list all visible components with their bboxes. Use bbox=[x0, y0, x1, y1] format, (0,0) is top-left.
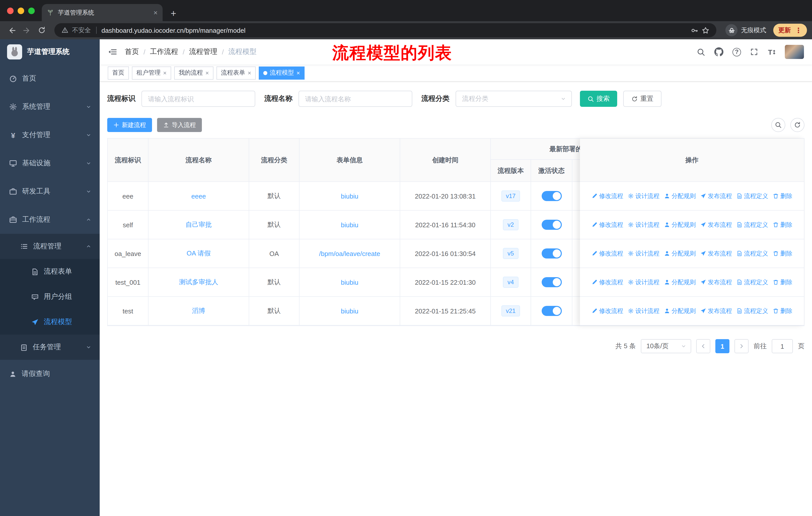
goto-page-input[interactable] bbox=[772, 339, 793, 353]
action-design-link[interactable]: 设计流程 bbox=[628, 249, 660, 258]
active-toggle[interactable] bbox=[542, 191, 561, 201]
browser-tab[interactable]: 芋道管理系统 × bbox=[42, 4, 163, 21]
action-edit-link[interactable]: 修改流程 bbox=[591, 278, 623, 287]
process-name-link[interactable]: 自己审批 bbox=[185, 220, 212, 229]
form-info-link[interactable]: biubiu bbox=[341, 192, 358, 200]
form-info-link[interactable]: biubiu bbox=[341, 307, 358, 315]
action-edit-link[interactable]: 修改流程 bbox=[591, 220, 623, 229]
action-publish-link[interactable]: 发布流程 bbox=[700, 307, 732, 315]
process-name-link[interactable]: OA 请假 bbox=[186, 249, 210, 258]
form-info-link[interactable]: /bpm/oa/leave/create bbox=[319, 250, 380, 257]
action-publish-link[interactable]: 发布流程 bbox=[700, 220, 732, 229]
window-close-button[interactable] bbox=[7, 7, 13, 14]
form-info-link[interactable]: biubiu bbox=[341, 278, 358, 286]
refresh-button[interactable] bbox=[790, 118, 805, 132]
new-tab-button[interactable]: + bbox=[171, 8, 176, 18]
action-assign-link[interactable]: 分配规则 bbox=[664, 220, 696, 229]
sidebar-item-process-form[interactable]: 流程表单 bbox=[0, 259, 100, 284]
forward-button[interactable] bbox=[20, 24, 33, 37]
action-publish-link[interactable]: 发布流程 bbox=[700, 192, 732, 200]
breadcrumb-item[interactable]: 工作流程 bbox=[150, 47, 178, 56]
sidebar-item-system[interactable]: 系统管理 bbox=[0, 93, 100, 121]
browser-menu-icon[interactable]: ⋮ bbox=[795, 26, 802, 34]
window-zoom-button[interactable] bbox=[28, 7, 35, 14]
fullscreen-icon[interactable] bbox=[750, 48, 758, 56]
next-page-button[interactable] bbox=[734, 339, 749, 353]
github-icon[interactable] bbox=[714, 47, 723, 56]
tag-close-icon[interactable]: × bbox=[296, 70, 300, 76]
reset-button[interactable]: 重置 bbox=[623, 91, 662, 107]
process-name-link[interactable]: 测试多审批人 bbox=[179, 278, 218, 287]
process-name-input[interactable] bbox=[298, 91, 412, 107]
action-assign-link[interactable]: 分配规则 bbox=[664, 249, 696, 258]
sidebar-item-task-mgmt[interactable]: 任务管理 bbox=[0, 334, 100, 360]
action-delete-link[interactable]: 删除 bbox=[773, 249, 792, 258]
process-name-link[interactable]: 滔博 bbox=[192, 306, 205, 316]
action-delete-link[interactable]: 删除 bbox=[773, 220, 792, 229]
action-definition-link[interactable]: 流程定义 bbox=[736, 192, 768, 200]
current-page-button[interactable]: 1 bbox=[715, 339, 729, 353]
sidebar-item-devtools[interactable]: 研发工具 bbox=[0, 178, 100, 206]
action-edit-link[interactable]: 修改流程 bbox=[591, 192, 623, 200]
tag-process-form[interactable]: 流程表单× bbox=[216, 66, 256, 79]
category-select[interactable]: 流程分类 bbox=[456, 91, 572, 107]
action-definition-link[interactable]: 流程定义 bbox=[736, 307, 768, 315]
action-delete-link[interactable]: 删除 bbox=[773, 192, 792, 200]
action-assign-link[interactable]: 分配规则 bbox=[664, 278, 696, 287]
window-minimize-button[interactable] bbox=[18, 7, 24, 14]
active-toggle[interactable] bbox=[542, 220, 561, 230]
action-design-link[interactable]: 设计流程 bbox=[628, 278, 660, 287]
search-icon[interactable] bbox=[697, 48, 705, 56]
update-chip[interactable]: 更新 ⋮ bbox=[773, 24, 807, 37]
process-id-input[interactable] bbox=[141, 91, 255, 107]
action-definition-link[interactable]: 流程定义 bbox=[736, 278, 768, 287]
action-edit-link[interactable]: 修改流程 bbox=[591, 307, 623, 315]
action-edit-link[interactable]: 修改流程 bbox=[591, 249, 623, 258]
address-bar[interactable]: 不安全 dashboard.yudao.iocoder.cn/bpm/manag… bbox=[54, 23, 716, 37]
sidebar-item-workflow[interactable]: 工作流程 bbox=[0, 206, 100, 234]
reload-button[interactable] bbox=[35, 24, 48, 37]
action-assign-link[interactable]: 分配规则 bbox=[664, 307, 696, 315]
tag-close-icon[interactable]: × bbox=[205, 70, 209, 76]
action-assign-link[interactable]: 分配规则 bbox=[664, 192, 696, 200]
active-toggle[interactable] bbox=[542, 248, 561, 259]
tag-process-model[interactable]: 流程模型× bbox=[259, 66, 304, 79]
active-toggle[interactable] bbox=[542, 306, 561, 316]
sidebar-item-process-model[interactable]: 流程模型 bbox=[0, 309, 100, 334]
process-name-link[interactable]: eeee bbox=[191, 192, 206, 200]
toggle-search-button[interactable] bbox=[771, 118, 785, 132]
search-button[interactable]: 搜索 bbox=[580, 91, 617, 107]
hamburger-icon[interactable] bbox=[108, 47, 117, 56]
help-icon[interactable]: ? bbox=[732, 48, 741, 56]
action-definition-link[interactable]: 流程定义 bbox=[736, 249, 768, 258]
action-publish-link[interactable]: 发布流程 bbox=[700, 249, 732, 258]
bookmark-star-icon[interactable] bbox=[702, 26, 709, 34]
tag-close-icon[interactable]: × bbox=[163, 70, 167, 76]
active-toggle[interactable] bbox=[542, 277, 561, 287]
action-delete-link[interactable]: 删除 bbox=[773, 307, 792, 315]
sidebar-item-user-group[interactable]: 用户分组 bbox=[0, 284, 100, 309]
sidebar-item-process-mgmt[interactable]: 流程管理 bbox=[0, 234, 100, 259]
breadcrumb-item[interactable]: 流程管理 bbox=[189, 47, 218, 56]
action-design-link[interactable]: 设计流程 bbox=[628, 192, 660, 200]
create-process-button[interactable]: 新建流程 bbox=[107, 118, 152, 132]
tag-home[interactable]: 首页 bbox=[108, 66, 129, 79]
password-key-icon[interactable] bbox=[691, 26, 698, 34]
tag-my-process[interactable]: 我的流程× bbox=[174, 66, 213, 79]
import-process-button[interactable]: 导入流程 bbox=[157, 118, 202, 132]
sidebar-item-leave-query[interactable]: 请假查询 bbox=[0, 360, 100, 388]
tab-close-icon[interactable]: × bbox=[153, 8, 157, 17]
back-button[interactable] bbox=[5, 24, 18, 37]
action-delete-link[interactable]: 删除 bbox=[773, 278, 792, 287]
page-size-select[interactable]: 10条/页 bbox=[641, 339, 691, 353]
sidebar-item-payment[interactable]: ¥ 支付管理 bbox=[0, 121, 100, 149]
action-publish-link[interactable]: 发布流程 bbox=[700, 278, 732, 287]
action-design-link[interactable]: 设计流程 bbox=[628, 220, 660, 229]
sidebar-item-home[interactable]: 首页 bbox=[0, 64, 100, 93]
form-info-link[interactable]: biubiu bbox=[341, 221, 358, 228]
action-definition-link[interactable]: 流程定义 bbox=[736, 220, 768, 229]
font-size-icon[interactable]: T bbox=[767, 48, 776, 56]
tag-tenant[interactable]: 租户管理× bbox=[132, 66, 171, 79]
sidebar-item-infrastructure[interactable]: 基础设施 bbox=[0, 149, 100, 178]
tag-close-icon[interactable]: × bbox=[248, 70, 251, 76]
